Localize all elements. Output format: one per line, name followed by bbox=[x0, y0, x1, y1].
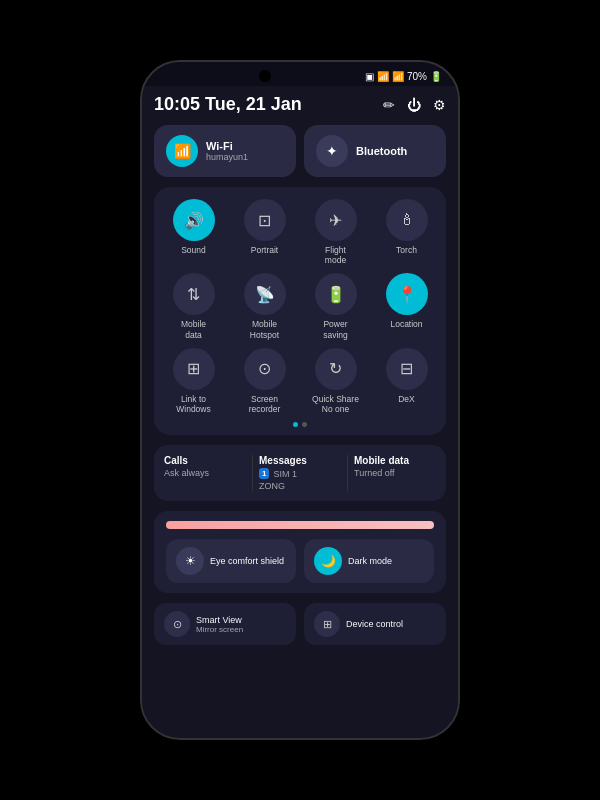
smart-view-text: Smart ViewMirror screen bbox=[196, 615, 243, 634]
bluetooth-label: Bluetooth bbox=[356, 145, 407, 157]
sim-network: SIM 1 bbox=[273, 469, 297, 479]
carrier-name: ZONG bbox=[259, 481, 341, 491]
mobile-data-icon: ⇅ bbox=[173, 273, 215, 315]
dark-mode-label: Dark mode bbox=[348, 556, 392, 566]
quick-tiles-row: 📶 Wi-Fi humayun1 ✦ Bluetooth bbox=[154, 125, 446, 177]
quick-grid-section: 🔊Sound⊡Portrait✈Flight mode🕯Torch⇅Mobile… bbox=[154, 187, 446, 435]
sound-label: Sound bbox=[181, 245, 206, 255]
sim-divider-2 bbox=[347, 455, 348, 491]
quick-item-mobile-data[interactable]: ⇅Mobile data bbox=[162, 273, 225, 339]
quick-item-flight[interactable]: ✈Flight mode bbox=[304, 199, 367, 265]
location-label: Location bbox=[390, 319, 422, 329]
wifi-tile[interactable]: 📶 Wi-Fi humayun1 bbox=[154, 125, 296, 177]
portrait-label: Portrait bbox=[251, 245, 278, 255]
calls-title: Calls bbox=[164, 455, 246, 466]
bottom-tile-device-control[interactable]: ⊞Device control bbox=[304, 603, 446, 645]
flight-label: Flight mode bbox=[325, 245, 346, 265]
mobile-data-title: Mobile data bbox=[354, 455, 436, 466]
sim-icon: ▣ bbox=[365, 71, 374, 82]
bluetooth-text: Bluetooth bbox=[356, 145, 407, 157]
device-control-label: Device control bbox=[346, 619, 403, 629]
battery-icon: 🔋 bbox=[430, 71, 442, 82]
bluetooth-tile[interactable]: ✦ Bluetooth bbox=[304, 125, 446, 177]
brightness-bar[interactable] bbox=[166, 521, 434, 529]
brightness-section: ☀Eye comfort shield🌙Dark mode bbox=[154, 511, 446, 593]
quick-item-quick-share[interactable]: ↻Quick Share No one bbox=[304, 348, 367, 414]
device-control-icon: ⊞ bbox=[314, 611, 340, 637]
quick-item-location[interactable]: 📍Location bbox=[375, 273, 438, 339]
pencil-icon[interactable]: ✏ bbox=[383, 97, 395, 113]
camera-notch bbox=[259, 70, 271, 82]
bottom-tile-smart-view[interactable]: ⊙Smart ViewMirror screen bbox=[154, 603, 296, 645]
wifi-status-icon: 📶 bbox=[377, 71, 389, 82]
calls-option[interactable]: Calls Ask always bbox=[164, 455, 246, 491]
device-control-text: Device control bbox=[346, 619, 403, 629]
bottom-row: ⊙Smart ViewMirror screen⊞Device control bbox=[154, 603, 446, 645]
smart-view-icon: ⊙ bbox=[164, 611, 190, 637]
phone-frame: ▣ 📶 📶 70% 🔋 10:05 Tue, 21 Jan ✏ ⏻ ⚙ 📶 Wi… bbox=[140, 60, 460, 740]
battery-percent: 70% bbox=[407, 71, 427, 82]
page-dots bbox=[162, 422, 438, 427]
page-dot-2 bbox=[302, 422, 307, 427]
portrait-icon: ⊡ bbox=[244, 199, 286, 241]
dex-label: DeX bbox=[398, 394, 415, 404]
location-icon: 📍 bbox=[386, 273, 428, 315]
quick-share-label: Quick Share No one bbox=[312, 394, 359, 414]
header-row: 10:05 Tue, 21 Jan ✏ ⏻ ⚙ bbox=[154, 94, 446, 115]
flight-icon: ✈ bbox=[315, 199, 357, 241]
wifi-text: Wi-Fi humayun1 bbox=[206, 140, 248, 162]
comfort-item-dark-mode[interactable]: 🌙Dark mode bbox=[304, 539, 434, 583]
quick-item-sound[interactable]: 🔊Sound bbox=[162, 199, 225, 265]
power-saving-icon: 🔋 bbox=[315, 273, 357, 315]
mobile-data-sub: Turned off bbox=[354, 468, 436, 478]
hotspot-label: Mobile Hotspot bbox=[250, 319, 279, 339]
signal-bars-icon: 📶 bbox=[392, 71, 404, 82]
messages-detail: 1 SIM 1 bbox=[259, 468, 341, 479]
settings-icon[interactable]: ⚙ bbox=[433, 97, 446, 113]
quick-item-hotspot[interactable]: 📡Mobile Hotspot bbox=[233, 273, 296, 339]
quick-item-portrait[interactable]: ⊡Portrait bbox=[233, 199, 296, 265]
bluetooth-icon: ✦ bbox=[316, 135, 348, 167]
status-bar: ▣ 📶 📶 70% 🔋 bbox=[142, 62, 458, 86]
sound-icon: 🔊 bbox=[173, 199, 215, 241]
torch-icon: 🕯 bbox=[386, 199, 428, 241]
quick-item-screen-recorder[interactable]: ⊙Screen recorder bbox=[233, 348, 296, 414]
quick-grid: 🔊Sound⊡Portrait✈Flight mode🕯Torch⇅Mobile… bbox=[162, 199, 438, 414]
screen-recorder-icon: ⊙ bbox=[244, 348, 286, 390]
dex-icon: ⊟ bbox=[386, 348, 428, 390]
mobile-data-label: Mobile data bbox=[181, 319, 206, 339]
smart-view-sublabel: Mirror screen bbox=[196, 625, 243, 634]
page-dot-1 bbox=[293, 422, 298, 427]
sim-number-badge: 1 bbox=[259, 468, 269, 479]
wifi-label: Wi-Fi bbox=[206, 140, 248, 152]
header-icons: ✏ ⏻ ⚙ bbox=[383, 97, 446, 113]
sim-section: Calls Ask always Messages 1 SIM 1 ZONG M… bbox=[154, 445, 446, 501]
hotspot-icon: 📡 bbox=[244, 273, 286, 315]
screen-recorder-label: Screen recorder bbox=[249, 394, 281, 414]
torch-label: Torch bbox=[396, 245, 417, 255]
wifi-icon: 📶 bbox=[166, 135, 198, 167]
sim-divider-1 bbox=[252, 455, 253, 491]
calls-sub: Ask always bbox=[164, 468, 246, 478]
link-windows-icon: ⊞ bbox=[173, 348, 215, 390]
time-display: 10:05 Tue, 21 Jan bbox=[154, 94, 302, 115]
comfort-row: ☀Eye comfort shield🌙Dark mode bbox=[166, 539, 434, 583]
smart-view-label: Smart View bbox=[196, 615, 243, 625]
status-icons: ▣ 📶 📶 70% 🔋 bbox=[365, 71, 442, 82]
quick-item-dex[interactable]: ⊟DeX bbox=[375, 348, 438, 414]
quick-item-power-saving[interactable]: 🔋Power saving bbox=[304, 273, 367, 339]
messages-option[interactable]: Messages 1 SIM 1 ZONG bbox=[259, 455, 341, 491]
comfort-item-eye-comfort[interactable]: ☀Eye comfort shield bbox=[166, 539, 296, 583]
quick-item-torch[interactable]: 🕯Torch bbox=[375, 199, 438, 265]
power-saving-label: Power saving bbox=[323, 319, 348, 339]
wifi-network-name: humayun1 bbox=[206, 152, 248, 162]
quick-share-icon: ↻ bbox=[315, 348, 357, 390]
quick-item-link-windows[interactable]: ⊞Link to Windows bbox=[162, 348, 225, 414]
dark-mode-icon: 🌙 bbox=[314, 547, 342, 575]
eye-comfort-icon: ☀ bbox=[176, 547, 204, 575]
notification-panel: 10:05 Tue, 21 Jan ✏ ⏻ ⚙ 📶 Wi-Fi humayun1… bbox=[142, 86, 458, 738]
eye-comfort-label: Eye comfort shield bbox=[210, 556, 284, 566]
link-windows-label: Link to Windows bbox=[176, 394, 210, 414]
mobile-data-option[interactable]: Mobile data Turned off bbox=[354, 455, 436, 491]
power-icon[interactable]: ⏻ bbox=[407, 97, 421, 113]
